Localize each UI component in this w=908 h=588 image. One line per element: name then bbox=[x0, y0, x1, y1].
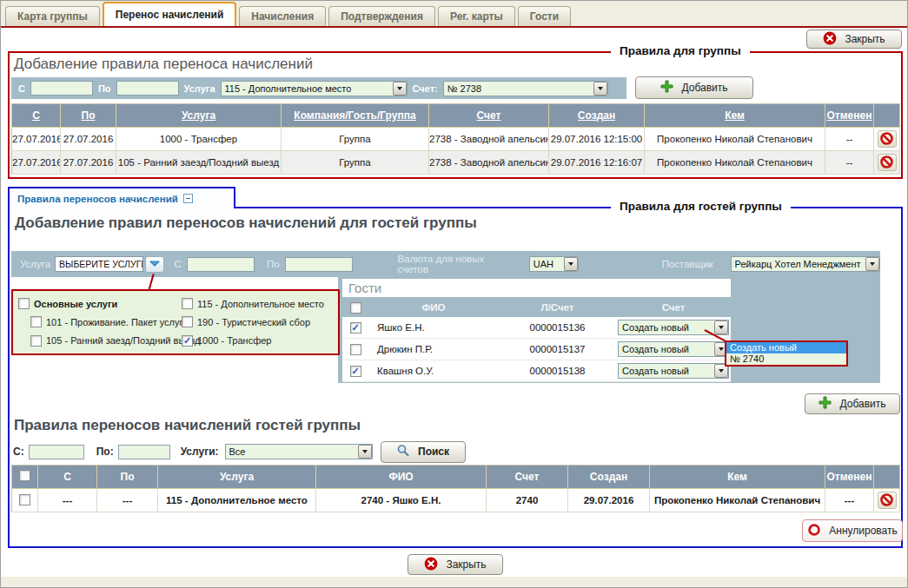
annul-button[interactable]: Аннулировать bbox=[802, 519, 903, 542]
service-option[interactable]: 105 - Ранний заезд/Поздний выезд bbox=[30, 332, 182, 350]
tab-charge-transfer[interactable]: Перенос начислений bbox=[103, 2, 237, 26]
guest-name: Квашня О.У. bbox=[368, 366, 499, 376]
chevron-down-icon[interactable] bbox=[393, 82, 407, 96]
account-option[interactable]: Создать новый bbox=[726, 342, 846, 353]
chevron-down-icon[interactable] bbox=[564, 257, 578, 271]
guests-list: Яшко Е.Н. 0000015136 Создать новый Дрюки… bbox=[342, 317, 731, 382]
tab-group-card[interactable]: Карта группы bbox=[5, 6, 100, 26]
account-select[interactable]: № 2738 bbox=[443, 81, 608, 96]
col-header-created[interactable]: Создан bbox=[549, 104, 645, 128]
col-header-account[interactable]: Счет bbox=[429, 104, 549, 128]
service-checkbox[interactable] bbox=[182, 298, 193, 309]
to-date-input[interactable] bbox=[285, 257, 353, 272]
annul-button-label: Аннулировать bbox=[829, 525, 897, 537]
tab-reg-cards[interactable]: Рег. карты bbox=[438, 6, 515, 26]
guest-checkbox[interactable] bbox=[350, 322, 361, 334]
add-guest-rule-button[interactable]: Добавить bbox=[805, 393, 900, 414]
col-header-service[interactable]: Услуга bbox=[158, 466, 316, 489]
chevron-down-icon[interactable] bbox=[358, 445, 372, 459]
service-option[interactable]: 1000 - Трансфер bbox=[182, 332, 333, 350]
service-checkbox[interactable] bbox=[30, 335, 42, 347]
service-option-label: 101 - Проживание. Пакет услуг bbox=[46, 317, 183, 327]
service-option[interactable]: 115 - Дополнительное место bbox=[182, 294, 333, 313]
to-date-input[interactable] bbox=[116, 81, 179, 96]
cell-to: 27.07.2016 bbox=[61, 151, 116, 175]
col-header-from[interactable]: С bbox=[38, 466, 97, 489]
guest-rules-list-heading: Правила переносов начислений гостей груп… bbox=[14, 417, 361, 434]
col-header-created[interactable]: Создан bbox=[568, 466, 650, 489]
chevron-down-icon[interactable] bbox=[714, 320, 728, 334]
select-all-rules-checkbox[interactable] bbox=[19, 470, 30, 481]
service-checkbox[interactable] bbox=[18, 298, 30, 309]
col-header-to[interactable]: По bbox=[97, 466, 158, 489]
guest-name: Дрюкин П.Р. bbox=[368, 344, 499, 354]
tab-charges[interactable]: Начисления bbox=[239, 6, 326, 26]
filter-from-input[interactable] bbox=[29, 445, 84, 459]
supplier-select-value: Рейкарц Хотел Менеджмент bbox=[735, 259, 861, 269]
guest-account-select[interactable]: Создать новый bbox=[618, 341, 729, 357]
col-header-cancelled[interactable]: Отменен bbox=[825, 104, 874, 128]
no-entry-icon bbox=[879, 131, 894, 146]
cell-to: --- bbox=[97, 489, 158, 512]
guest-rules-tab[interactable]: Правила переносов начислений bbox=[8, 187, 235, 208]
cell-account: 2738 - Заводной апельсин bbox=[429, 151, 549, 175]
cancel-rule-button[interactable] bbox=[878, 492, 897, 509]
from-date-input[interactable] bbox=[187, 257, 255, 272]
service-checkbox[interactable] bbox=[30, 316, 42, 327]
currency-select[interactable]: UAH bbox=[529, 256, 579, 272]
cancel-rule-button[interactable] bbox=[878, 130, 897, 148]
filter-to-input[interactable] bbox=[118, 445, 170, 459]
col-header-cancelled[interactable]: Отменен bbox=[825, 466, 874, 489]
service-checkbox[interactable] bbox=[182, 335, 193, 347]
cell-from: --- bbox=[38, 489, 97, 512]
no-entry-icon bbox=[879, 492, 894, 507]
col-header-actions bbox=[874, 466, 900, 489]
chevron-down-icon[interactable] bbox=[865, 257, 879, 271]
col-header-account[interactable]: Счет bbox=[487, 466, 568, 489]
guest-account-value: Создать новый bbox=[622, 344, 689, 354]
service-checkbox[interactable] bbox=[182, 316, 193, 327]
col-header-by[interactable]: Кем bbox=[650, 466, 825, 489]
filter-service-select[interactable]: Все bbox=[225, 444, 373, 459]
cancel-rule-button[interactable] bbox=[878, 154, 897, 171]
account-label: Счет: bbox=[413, 83, 438, 94]
col-header-company[interactable]: Компания/Гость/Группа bbox=[282, 104, 429, 128]
service-select[interactable]: 115 - Дополнительное место bbox=[221, 81, 408, 96]
service-option[interactable]: 101 - Проживание. Пакет услуг bbox=[30, 313, 182, 331]
guest-ledger: 0000015136 bbox=[499, 322, 616, 333]
select-all-guests-checkbox[interactable] bbox=[350, 302, 361, 314]
col-header-from[interactable]: С bbox=[12, 104, 61, 128]
search-button[interactable]: Поиск bbox=[381, 441, 466, 463]
to-label: По bbox=[98, 83, 111, 94]
guest-checkbox[interactable] bbox=[350, 344, 361, 355]
cell-created: 29.07.2016 12:15:00 bbox=[549, 128, 645, 151]
add-group-rule-button[interactable]: Добавить bbox=[635, 76, 753, 99]
col-header-to[interactable]: По bbox=[61, 104, 116, 128]
guests-title: Гости bbox=[342, 279, 731, 297]
plus-icon bbox=[819, 396, 832, 412]
col-header-by[interactable]: Кем bbox=[645, 104, 825, 128]
plus-icon bbox=[660, 80, 673, 96]
chevron-down-icon[interactable] bbox=[145, 256, 164, 273]
service-multiselect[interactable]: ВЫБЕРИТЕ УСЛУГИ bbox=[55, 256, 143, 272]
col-header-fio[interactable]: ФИО bbox=[316, 466, 487, 489]
guest-account-select[interactable]: Создать новый bbox=[618, 363, 729, 379]
service-option-group[interactable]: Основные услуги bbox=[18, 294, 182, 313]
chevron-down-icon[interactable] bbox=[593, 82, 607, 96]
table-row: 27.07.2016 27.07.2016 1000 - Трансфер Гр… bbox=[12, 128, 900, 151]
collapse-icon[interactable] bbox=[183, 194, 193, 203]
close-button-bottom[interactable]: Закрыть bbox=[408, 554, 503, 575]
guest-checkbox[interactable] bbox=[350, 366, 361, 377]
service-option[interactable]: 190 - Туристический сбор bbox=[182, 313, 333, 331]
from-date-input[interactable] bbox=[30, 81, 93, 96]
col-header-service[interactable]: Услуга bbox=[116, 104, 282, 128]
group-rules-title: Добавление правила переноса начислений bbox=[14, 56, 313, 73]
rule-checkbox[interactable] bbox=[19, 494, 30, 505]
account-option[interactable]: № 2740 bbox=[726, 353, 846, 365]
close-button-top[interactable]: Закрыть bbox=[806, 30, 902, 49]
tab-guests[interactable]: Гости bbox=[518, 6, 571, 26]
tab-confirmations[interactable]: Подтверждения bbox=[328, 6, 435, 26]
cell-company: Группа bbox=[282, 151, 429, 175]
cell-service: 1000 - Трансфер bbox=[116, 128, 282, 151]
supplier-select[interactable]: Рейкарц Хотел Менеджмент bbox=[731, 256, 880, 272]
